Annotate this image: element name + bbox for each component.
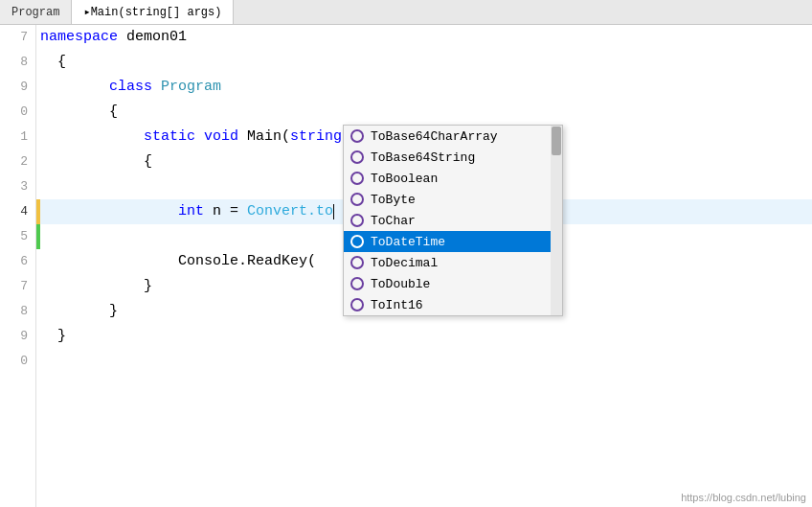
- line-num-15: 5: [0, 224, 28, 249]
- line-numbers: □ 7 8 □ 9 0 □ 1 2 3 4 5 6 7 8 9 0: [0, 25, 36, 507]
- autocomplete-item-4[interactable]: ToChar: [344, 210, 551, 231]
- method-icon-3: [350, 192, 365, 207]
- method-icon-7: [350, 276, 365, 291]
- code-line-10: {: [40, 100, 812, 125]
- line-num-18: 8: [0, 299, 28, 324]
- autocomplete-item-0[interactable]: ToBase64CharArray: [344, 126, 551, 147]
- code-line-20: [40, 349, 812, 374]
- method-icon-1: [350, 150, 365, 165]
- watermark: https://blog.csdn.net/lubing: [681, 492, 806, 503]
- autocomplete-item-5[interactable]: ToDateTime: [344, 231, 551, 252]
- line-num-11: □ 1: [0, 125, 28, 150]
- autocomplete-item-6[interactable]: ToDecimal: [344, 252, 551, 273]
- line-num-10: 0: [0, 100, 28, 125]
- line-num-7: □ 7: [0, 25, 28, 50]
- code-line-19: }: [40, 324, 812, 349]
- editor: Program ▸Main(string[] args) □ 7 8 □ 9 0…: [0, 0, 812, 507]
- method-icon-8: [350, 297, 365, 312]
- autocomplete-scrollbar[interactable]: [551, 126, 562, 315]
- method-icon-0: [350, 128, 365, 144]
- autocomplete-item-8[interactable]: ToInt16: [344, 294, 551, 315]
- tab-program[interactable]: Program: [0, 0, 72, 24]
- line-num-9: □ 9: [0, 75, 28, 100]
- code-area: □ 7 8 □ 9 0 □ 1 2 3 4 5 6 7 8 9 0: [0, 25, 812, 507]
- autocomplete-item-2[interactable]: ToBoolean: [344, 168, 551, 189]
- method-icon-5: [350, 234, 365, 249]
- line-indicator-14: [36, 199, 40, 224]
- text-cursor: [333, 204, 334, 219]
- line-num-19: 9: [0, 324, 28, 349]
- tab-main[interactable]: ▸Main(string[] args): [72, 0, 234, 24]
- autocomplete-scrollbar-thumb: [552, 127, 561, 155]
- line-num-17: 7: [0, 274, 28, 299]
- line-num-8: 8: [0, 50, 28, 75]
- code-line-8: {: [40, 50, 812, 75]
- code-lines[interactable]: namespace demon01 { class Program { stat…: [36, 25, 812, 507]
- line-num-20: 0: [0, 349, 28, 374]
- line-num-16: 6: [0, 249, 28, 274]
- line-indicator-15: [36, 224, 40, 249]
- autocomplete-item-1[interactable]: ToBase64String: [344, 147, 551, 168]
- tab-bar: Program ▸Main(string[] args): [0, 0, 812, 25]
- method-icon-6: [350, 255, 365, 270]
- line-num-14: 4: [0, 199, 28, 224]
- method-icon-2: [350, 171, 365, 186]
- autocomplete-dropdown[interactable]: ToBase64CharArray ToBase64String ToBoole…: [343, 125, 563, 316]
- line-num-12: 2: [0, 150, 28, 174]
- code-line-7: namespace demon01: [40, 25, 812, 50]
- autocomplete-item-7[interactable]: ToDouble: [344, 273, 551, 294]
- line-num-13: 3: [0, 174, 28, 199]
- method-icon-4: [350, 213, 365, 228]
- code-line-9: class Program: [40, 75, 812, 100]
- autocomplete-item-3[interactable]: ToByte: [344, 189, 551, 210]
